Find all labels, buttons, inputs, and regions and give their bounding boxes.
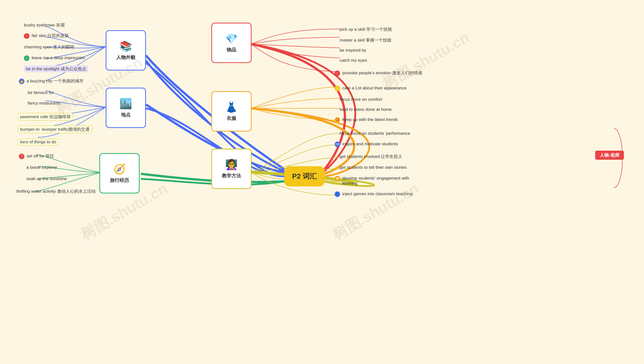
leaf-master-skill: master a skill 掌握一个技能 [340, 37, 391, 43]
leaf-soak-sunshine: soak up the sunshine [26, 176, 67, 181]
teaching-icon: 👩‍🏫 [225, 159, 238, 171]
leaf-care-appearance: ⭐ care a Lot about their appearance [335, 86, 407, 91]
branch-items: 💎 物品 [211, 23, 252, 63]
leaf-dress-home: tend to dress done at home [340, 107, 392, 112]
leaf-set-off: ? set off for 前往 [19, 153, 54, 159]
person-teacher-label: 人物-老师 [595, 151, 624, 160]
alert-icon: ! [24, 33, 29, 39]
fair-skin-text: fair skin 白皙的皮肤 [32, 33, 69, 38]
engagement-text: develop students' engagement with learni… [342, 176, 423, 186]
leaf-inject-games: 👤 inject games into classroom teaching [335, 191, 412, 197]
teaching-label: 教学方法 [222, 173, 241, 179]
books-icon: 📚 [119, 40, 132, 52]
leaf-bushy-eyebrows: bushy eyebrows 浓眉 [24, 22, 65, 28]
leaf-pavement-cafe: pavement cafe 街边咖啡馆 [18, 113, 73, 121]
travel-label: 旅行经历 [110, 177, 129, 184]
place-label: 地点 [121, 112, 131, 118]
watermark-3: 树图.shutu.cn [329, 179, 423, 245]
leaf-thrilling-water: thrilling water activity 激动人心的水上活动 [16, 188, 96, 194]
leaf-spotlight: be in the spotlight 成为公众焦点 [24, 65, 88, 72]
buzzing-city-text: a buzzing city 一个热闹的城市 [27, 79, 84, 83]
leaf-buzzing-city: 👍 a buzzing city 一个热闹的城市 [19, 78, 84, 84]
center-node-label: P2 词汇 [292, 172, 317, 181]
leaf-tons-things: tons of things to do [18, 139, 59, 146]
leaf-tell-stories: get students to tell their own stories [340, 165, 407, 170]
deep-impression-text: leave me a deep impression [32, 55, 85, 60]
check-icon: ✓ [24, 55, 29, 61]
thumb-icon: 👍 [19, 79, 24, 84]
latest-trends-text: keep up with the latest trends [342, 117, 398, 122]
alert-icon-2: ! [335, 71, 340, 76]
leaf-fair-skin: ! fair skin 白皙的皮肤 [24, 33, 69, 39]
leaf-famous-for: be famous for [28, 90, 54, 95]
leaf-charming-eyes: charming eyes 迷人的眼睛 [24, 44, 74, 50]
branch-person-appearance: 📚 人物外貌 [106, 30, 146, 71]
leaf-pick-up-skill: pick up a skill 学习一个技能 [340, 26, 392, 32]
provoke-emotion-text: provoke people's emotion 激发人们的情感 [342, 71, 422, 75]
leaf-inspire-motivate: 100 inspire and motivate students [335, 142, 398, 147]
watermark-2: 树图.shutu.cn [379, 27, 473, 94]
leaf-inspired-by: be inspired by [340, 48, 366, 53]
branch-place: 🏙️ 地点 [106, 88, 146, 128]
person-appearance-label: 人物外貌 [116, 54, 135, 61]
leaf-deep-impression: ✓ leave me a deep impression [24, 55, 85, 61]
items-label: 物品 [227, 47, 236, 53]
leaf-catch-eyes: catch my eyes [340, 58, 367, 63]
mind-map: P2 词汇 📚 人物外貌 🏙️ 地点 🧭 旅行经历 💎 物品 👗 衣服 👩‍🏫 … [0, 0, 644, 364]
travel-icon: 🧭 [113, 163, 126, 175]
leaf-fancy-restaurants: fancy restaurants [28, 101, 60, 106]
question-icon: ? [19, 154, 24, 159]
person-icon: 👤 [335, 191, 340, 197]
leaf-latest-trends: ⭕ keep up with the latest trends [335, 117, 398, 123]
inject-games-text: inject games into classroom teaching [342, 191, 413, 196]
branch-clothing: 👗 衣服 [211, 91, 252, 131]
branch-travel: 🧭 旅行经历 [99, 153, 140, 193]
leaf-focus-performance: focus more on students 'performance [340, 131, 410, 136]
leaf-focus-comfort: focus more on comfort [340, 97, 382, 102]
engagement-icon: ✖ [335, 176, 340, 181]
leaf-students-involved: get students involved 让学生投入 [340, 154, 402, 159]
inspire-motivate-text: inspire and motivate students [342, 142, 398, 146]
leaf-provoke-emotion: ! provoke people's emotion 激发人们的情感 [335, 70, 422, 76]
leaf-bumper-traffic: bumper-to -bumper traffic拥堵的交通 [18, 125, 92, 133]
circle-icon: ⭕ [335, 117, 340, 123]
set-off-text: set off for 前往 [27, 154, 54, 158]
city-icon: 🏙️ [119, 98, 132, 110]
clothing-icon: 👗 [225, 101, 238, 113]
clothing-label: 衣服 [227, 115, 236, 122]
star-icon: ⭐ [335, 86, 340, 91]
leaf-engagement: ✖ develop students' engagement with lear… [335, 176, 423, 186]
care-appearance-text: care a Lot about their appearance [342, 86, 407, 90]
items-icon: 💎 [225, 33, 238, 45]
branch-teaching: 👩‍🏫 教学方法 [211, 149, 252, 189]
center-node: P2 词汇 [284, 166, 325, 186]
leaf-brave-explorer: a brave explorer [26, 165, 57, 170]
hundred-icon: 100 [335, 142, 340, 147]
